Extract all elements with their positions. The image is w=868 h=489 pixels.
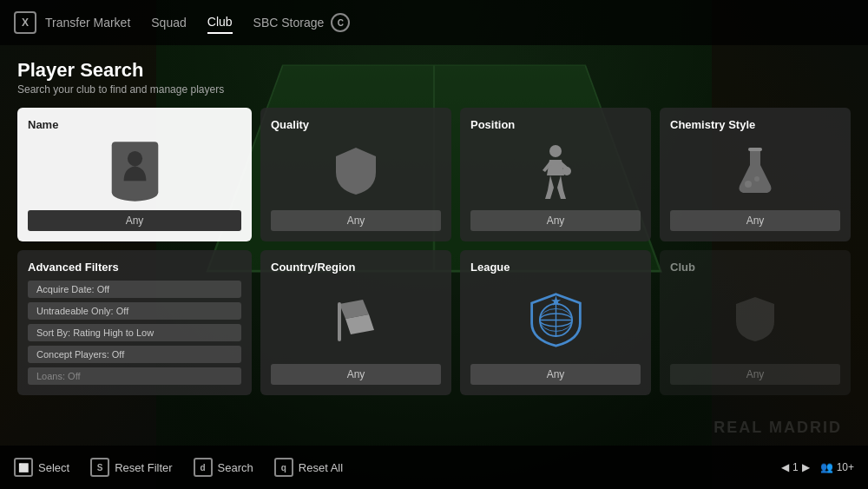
chemistry-icon-area [670, 138, 840, 203]
svg-point-5 [754, 176, 760, 182]
name-filter-label: Name [28, 118, 58, 131]
league-value-bar[interactable]: Any [470, 364, 641, 385]
nav-transfer-market[interactable]: Transfer Market [45, 12, 130, 33]
adv-untradeable[interactable]: Untradeable Only: Off [28, 302, 241, 320]
filter-advanced-card: Advanced Filters Acquire Date: Off Untra… [17, 250, 252, 395]
club-icon-area [670, 281, 840, 357]
reset-filter-label: Reset Filter [115, 461, 172, 474]
club-value-bar[interactable]: Any [670, 364, 840, 385]
nav-club[interactable]: Club [207, 11, 233, 34]
players-count: 10+ [837, 461, 854, 473]
league-filter-label: League [470, 261, 510, 274]
search-label: Search [218, 461, 253, 474]
reset-all-badge: q [274, 458, 293, 477]
svg-rect-6 [338, 302, 341, 341]
advanced-filter-list: Acquire Date: Off Untradeable Only: Off … [28, 281, 241, 385]
country-value-bar[interactable]: Any [271, 364, 441, 385]
svg-point-2 [562, 167, 571, 175]
chemistry-value-bar[interactable]: Any [670, 210, 840, 231]
filter-chemistry-card[interactable]: Chemistry Style Any [660, 108, 851, 241]
name-icon-area [28, 138, 241, 203]
filter-quality-card[interactable]: Quality Any [260, 108, 451, 241]
nav-items: Transfer Market Squad Club SBC Storage [45, 11, 324, 34]
players-icon: 👥 [820, 461, 833, 473]
adv-acquire-date[interactable]: Acquire Date: Off [28, 281, 241, 298]
adv-loans[interactable]: Loans: Off [28, 367, 241, 385]
country-icon-area [271, 281, 441, 357]
flask-icon [734, 146, 776, 196]
arrow-left-icon[interactable]: ◀ [781, 461, 789, 473]
content-area: Player Search Search your club to find a… [0, 45, 868, 446]
player-position-icon [538, 142, 573, 199]
svg-point-1 [549, 145, 562, 157]
svg-point-4 [745, 181, 752, 188]
league-icon-area [470, 281, 641, 357]
adv-concept-players[interactable]: Concept Players: Off [28, 346, 241, 363]
page-title: Player Search [17, 59, 851, 82]
filter-name-card[interactable]: Name Any [17, 108, 252, 241]
position-filter-label: Position [470, 118, 515, 131]
page-subtitle: Search your club to find and manage play… [17, 83, 851, 96]
current-page: 1 [792, 461, 799, 473]
reset-filter-badge: S [90, 458, 109, 477]
search-badge: d [194, 458, 213, 477]
reset-all-action[interactable]: q Reset All [274, 458, 343, 477]
nav-bar: X Transfer Market Squad Club SBC Storage… [0, 0, 868, 45]
chemistry-filter-label: Chemistry Style [670, 118, 755, 131]
svg-point-0 [127, 151, 141, 166]
bottom-bar: ⬜ Select S Reset Filter d Search q Reset… [0, 446, 868, 489]
advanced-filter-label: Advanced Filters [28, 261, 119, 274]
position-value-bar[interactable]: Any [470, 210, 641, 231]
select-label: Select [38, 461, 69, 474]
quality-filter-label: Quality [271, 118, 309, 131]
shield-icon [334, 146, 378, 196]
flag-icon [332, 295, 380, 343]
c-button[interactable]: C [331, 13, 350, 32]
select-button-badge: ⬜ [14, 458, 33, 477]
adv-sort-rating[interactable]: Sort By: Rating High to Low [28, 324, 241, 341]
filter-league-card[interactable]: League [460, 250, 651, 395]
filter-country-card[interactable]: Country/Region Any [260, 250, 451, 395]
svg-rect-3 [748, 148, 762, 151]
position-icon-area [470, 138, 641, 203]
club-filter-label: Club [670, 261, 695, 274]
reset-filter-action[interactable]: S Reset Filter [90, 458, 172, 477]
filter-grid: Name Any Quality [17, 108, 851, 395]
filter-club-card[interactable]: Club Any [660, 250, 851, 395]
quality-icon-area [271, 138, 441, 203]
page-count: ◀ 1 ▶ [781, 461, 810, 473]
search-action[interactable]: d Search [194, 458, 253, 477]
filter-position-card[interactable]: Position [460, 108, 651, 241]
club-shield-icon [734, 295, 776, 343]
league-emblem-icon [528, 291, 584, 347]
page-header: Player Search Search your club to find a… [17, 59, 851, 96]
player-count: 👥 10+ [820, 461, 854, 473]
quality-value-bar[interactable]: Any [271, 210, 441, 231]
country-filter-label: Country/Region [271, 261, 356, 274]
x-button[interactable]: X [14, 11, 36, 34]
player-silhouette-icon [107, 138, 163, 203]
nav-squad[interactable]: Squad [151, 12, 186, 33]
nav-sbc-storage[interactable]: SBC Storage [253, 12, 325, 33]
reset-all-label: Reset All [299, 461, 343, 474]
select-action[interactable]: ⬜ Select [14, 458, 69, 477]
arrow-right-icon[interactable]: ▶ [802, 461, 810, 473]
name-value-bar[interactable]: Any [28, 210, 241, 231]
bottom-right: ◀ 1 ▶ 👥 10+ [781, 461, 854, 473]
